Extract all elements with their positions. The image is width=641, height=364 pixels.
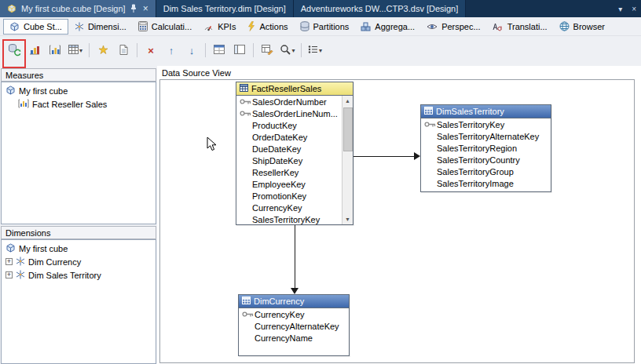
table-name: DimCurrency bbox=[254, 297, 304, 306]
add-business-intelligence-button[interactable] bbox=[93, 41, 112, 60]
tree-item-dim-currency[interactable]: + Dim Currency bbox=[2, 255, 156, 268]
table-header[interactable]: FactResellerSales bbox=[236, 82, 353, 96]
field-row[interactable]: CurrencyKey bbox=[236, 202, 342, 213]
field-name: SalesOrderLineNum... bbox=[252, 109, 338, 118]
arrow-down-icon: ↓ bbox=[189, 45, 195, 56]
field-row[interactable]: SalesTerritoryRegion bbox=[421, 142, 551, 154]
designer-tab-partitions[interactable]: Partitions bbox=[295, 19, 355, 34]
chevron-down-icon[interactable]: ▾ bbox=[614, 0, 627, 17]
table-header[interactable]: DimCurrency bbox=[239, 295, 349, 308]
expand-plus-icon[interactable]: + bbox=[5, 271, 13, 278]
tree-item-my-first-cube[interactable]: My first cube bbox=[2, 242, 156, 255]
designer-tab-actions[interactable]: Actions bbox=[242, 19, 293, 34]
globe-icon bbox=[559, 21, 570, 31]
field-name: SalesTerritoryKey bbox=[252, 215, 320, 224]
close-icon[interactable]: × bbox=[627, 0, 641, 17]
field-row[interactable]: CurrencyAlternateKey bbox=[239, 320, 349, 332]
tab-adventureworks-dsv[interactable]: Adventureworks DW...CTP3.dsv [Design] bbox=[294, 0, 467, 17]
new-measure-button[interactable] bbox=[25, 41, 44, 60]
move-down-button[interactable]: ↓ bbox=[182, 41, 201, 60]
edit-data-source-view-button[interactable] bbox=[258, 41, 277, 60]
designer-tab-translations[interactable]: Translati... bbox=[487, 20, 553, 34]
delete-x-icon: × bbox=[148, 45, 154, 56]
designer-tab-aggregations[interactable]: Aggrega... bbox=[355, 20, 420, 34]
table-field-list: SalesOrderNumber SalesOrderLineNum... Pr… bbox=[236, 96, 342, 224]
close-tab-icon[interactable]: × bbox=[143, 3, 148, 14]
tree-item-fact-reseller-sales[interactable]: Fact Reseller Sales bbox=[2, 97, 156, 111]
field-row[interactable]: SalesTerritoryAlternateKey bbox=[421, 130, 551, 142]
move-up-button[interactable]: ↑ bbox=[162, 41, 181, 60]
field-row[interactable]: CurrencyName bbox=[239, 332, 349, 344]
table-dim-sales-territory[interactable]: DimSalesTerritory SalesTerritoryKey Sale… bbox=[420, 104, 551, 192]
cube-icon bbox=[5, 243, 16, 254]
field-row[interactable]: DueDateKey bbox=[236, 143, 342, 155]
diagram-surface[interactable] bbox=[159, 79, 635, 363]
relationship-arrowhead-right bbox=[414, 152, 420, 160]
field-name: SalesTerritoryRegion bbox=[437, 144, 517, 153]
relationship-arrowhead-down bbox=[291, 288, 299, 294]
attributes-grid-button[interactable] bbox=[210, 41, 229, 60]
tab-dim-sales-territory[interactable]: Dim Sales Territory.dim [Design] bbox=[156, 0, 294, 17]
scroll-up-icon[interactable]: ▲ bbox=[342, 96, 353, 106]
delete-button[interactable]: × bbox=[141, 41, 160, 60]
measures-view-button[interactable]: ▾ bbox=[66, 41, 85, 60]
pin-icon[interactable] bbox=[130, 4, 137, 13]
split-pane-icon bbox=[234, 45, 245, 56]
table-icon bbox=[424, 107, 433, 116]
tree-item-label: Fact Reseller Sales bbox=[32, 100, 107, 109]
application-window: My first cube.cube [Design] × Dim Sales … bbox=[0, 0, 641, 364]
designer-tab-perspectives[interactable]: Perspec... bbox=[421, 20, 486, 34]
chevron-down-icon: ▾ bbox=[319, 47, 322, 54]
fact-table-scrollbar[interactable]: ▲ ▼ bbox=[342, 96, 353, 224]
expand-plus-icon[interactable]: + bbox=[5, 258, 13, 265]
cubes-icon bbox=[361, 22, 371, 31]
field-row[interactable]: CurrencyKey bbox=[239, 308, 349, 320]
relationship-line-sales-territory[interactable] bbox=[353, 156, 415, 157]
designer-tab-browser[interactable]: Browser bbox=[554, 19, 610, 34]
arrow-up-icon: ↑ bbox=[169, 45, 174, 56]
layout-button[interactable]: ▾ bbox=[306, 41, 324, 60]
bar-chart-icon bbox=[29, 45, 40, 56]
designer-tab-dimension-usage[interactable]: Dimensi... bbox=[69, 20, 132, 34]
bar-chart-group-icon bbox=[49, 45, 60, 56]
field-row[interactable]: SalesTerritoryKey bbox=[421, 118, 551, 130]
field-row[interactable]: SalesTerritoryGroup bbox=[421, 166, 551, 177]
field-row[interactable]: SalesTerritoryImage bbox=[421, 177, 551, 189]
field-row[interactable]: OrderDateKey bbox=[236, 131, 342, 143]
cube-icon bbox=[5, 86, 16, 96]
tree-item-my-first-cube[interactable]: My first cube bbox=[2, 84, 156, 97]
field-row[interactable]: ShipDateKey bbox=[236, 155, 342, 166]
table-dim-currency[interactable]: DimCurrency CurrencyKey CurrencyAlternat… bbox=[238, 294, 350, 356]
scrollbar-thumb[interactable] bbox=[343, 107, 353, 151]
table-name: DimSalesTerritory bbox=[436, 107, 504, 116]
measures-tree: My first cube Fact Reseller Sales bbox=[1, 82, 156, 224]
field-row[interactable]: SalesTerritoryCountry bbox=[421, 154, 551, 166]
field-row[interactable]: SalesTerritoryKey bbox=[236, 213, 342, 224]
tab-my-first-cube[interactable]: My first cube.cube [Design] × bbox=[0, 0, 156, 17]
designer-tab-calculations[interactable]: Calculati... bbox=[133, 19, 197, 34]
field-row[interactable]: PromotionKey bbox=[236, 190, 342, 202]
designer-tab-label: Partitions bbox=[313, 22, 350, 31]
field-row[interactable]: ResellerKey bbox=[236, 166, 342, 178]
designer-tab-kpis[interactable]: KPIs bbox=[198, 20, 241, 34]
dimensions-pane-header: Dimensions bbox=[1, 226, 156, 239]
field-row[interactable]: EmployeeKey bbox=[236, 178, 342, 190]
new-measure-group-button[interactable] bbox=[46, 41, 64, 60]
tree-view-button[interactable] bbox=[230, 41, 249, 60]
tree-item-label: My first cube bbox=[19, 244, 68, 253]
relationship-line-currency[interactable] bbox=[295, 225, 295, 289]
tree-item-dim-sales-territory[interactable]: + Dim Sales Territory bbox=[2, 268, 156, 282]
field-name: PromotionKey bbox=[252, 191, 306, 201]
field-row[interactable]: ProductKey bbox=[236, 119, 342, 131]
define-usage-button[interactable] bbox=[114, 41, 133, 60]
designer-tab-cube-structure[interactable]: Cube St... bbox=[3, 19, 68, 35]
field-row[interactable]: SalesOrderLineNum... bbox=[236, 107, 342, 119]
toolbar-separator bbox=[89, 43, 90, 57]
table-header[interactable]: DimSalesTerritory bbox=[421, 105, 551, 118]
field-row[interactable]: SalesOrderNumber bbox=[236, 96, 342, 107]
field-name: ResellerKey bbox=[252, 168, 299, 177]
zoom-button[interactable]: ▾ bbox=[278, 41, 297, 60]
table-fact-reseller-sales[interactable]: FactResellerSales SalesOrderNumber Sales… bbox=[236, 82, 353, 225]
designer-tab-label: Translati... bbox=[507, 22, 548, 31]
scroll-down-icon[interactable]: ▼ bbox=[342, 214, 353, 224]
